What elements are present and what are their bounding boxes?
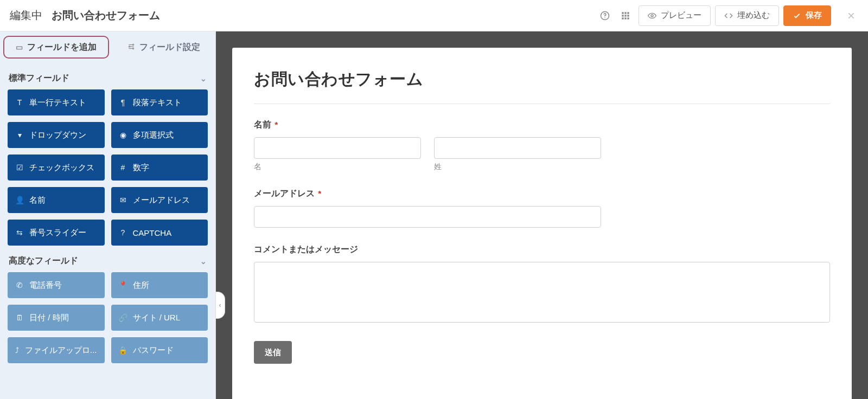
preview-button[interactable]: プレビュー [639, 5, 711, 26]
section-standard-header[interactable]: 標準フィールド ⌄ [8, 70, 208, 89]
form-title: お問い合わせフォーム [254, 68, 830, 91]
svg-rect-2 [622, 12, 623, 14]
preview-label: プレビュー [661, 10, 701, 21]
field-tile-checkbox[interactable]: ☑チェックボックス [8, 155, 105, 181]
page-title: 編集中 お問い合わせフォーム [10, 8, 160, 23]
lock-icon: 🔒 [119, 346, 127, 355]
mail-icon: ✉ [119, 196, 127, 204]
upload-icon: ⤴ [15, 346, 20, 355]
checkbox-icon: ☑ [15, 163, 24, 172]
svg-rect-5 [622, 15, 623, 16]
text-icon: T [15, 98, 24, 107]
field-tile-text[interactable]: T単一行テキスト [8, 89, 105, 115]
chevron-down-icon: ⌄ [200, 257, 207, 266]
last-name-input[interactable] [434, 137, 601, 159]
tab-add-field[interactable]: ▭ フィールドを追加 [3, 36, 109, 59]
hash-icon: # [119, 163, 127, 172]
svg-point-14 [132, 48, 133, 49]
sidebar-collapse-handle[interactable]: ‹ [216, 292, 225, 319]
first-name-input[interactable] [254, 137, 421, 159]
divider [254, 104, 830, 104]
help-icon[interactable] [597, 8, 612, 23]
paragraph-icon: ¶ [119, 98, 127, 107]
calendar-icon: 🗓 [15, 313, 24, 322]
field-comment[interactable]: コメントまたはメッセージ [254, 244, 830, 325]
field-tile-slider[interactable]: ⇆番号スライダー [8, 220, 105, 246]
save-label: 保存 [806, 10, 822, 21]
section-advanced-header[interactable]: 高度なフィールド ⌄ [8, 253, 208, 272]
code-icon [724, 11, 733, 20]
comment-textarea[interactable] [254, 262, 830, 323]
sidebar-scroll[interactable]: 標準フィールド ⌄ T単一行テキスト ¶段落テキスト ▾ドロップダウン ◉多項選… [0, 63, 215, 399]
dropdown-icon: ▾ [15, 131, 24, 139]
close-icon[interactable] [841, 5, 861, 26]
field-tile-date[interactable]: 🗓日付 / 時間 [8, 305, 105, 331]
field-name[interactable]: 名前 * 名 姓 [254, 119, 830, 172]
check-icon [793, 11, 801, 20]
svg-point-11 [651, 15, 653, 17]
field-tile-upload[interactable]: ⤴ファイルアップロ... [8, 337, 105, 363]
field-comment-label: コメントまたはメッセージ [254, 244, 830, 255]
field-tile-number[interactable]: #数字 [111, 155, 208, 181]
window-icon: ▭ [16, 43, 23, 52]
field-tile-password[interactable]: 🔒パスワード [111, 337, 208, 363]
field-tile-captcha[interactable]: ?CAPTCHA [111, 220, 208, 246]
standard-field-grid: T単一行テキスト ¶段落テキスト ▾ドロップダウン ◉多項選択式 ☑チェックボッ… [8, 89, 208, 246]
sliders-icon [127, 43, 135, 52]
section-advanced-label: 高度なフィールド [9, 255, 78, 267]
topbar: 編集中 お問い合わせフォーム プレビュー 埋め込む 保存 [0, 0, 868, 31]
tab-field-settings[interactable]: フィールド設定 [112, 31, 216, 63]
svg-rect-10 [627, 17, 629, 19]
advanced-field-grid: ✆電話番号 📍住所 🗓日付 / 時間 🔗サイト / URL ⤴ファイルアップロ.… [8, 272, 208, 363]
field-email[interactable]: メールアドレス * [254, 188, 830, 228]
svg-point-13 [129, 46, 130, 47]
form-card: お問い合わせフォーム 名前 * 名 姓 [232, 48, 852, 399]
field-name-label: 名前 * [254, 119, 830, 131]
tab-add-field-label: フィールドを追加 [27, 42, 97, 53]
question-icon: ? [119, 228, 127, 237]
field-tile-phone[interactable]: ✆電話番号 [8, 272, 105, 298]
save-button[interactable]: 保存 [783, 5, 831, 26]
pin-icon: 📍 [119, 281, 127, 289]
svg-rect-8 [622, 17, 623, 19]
eye-icon [648, 11, 656, 20]
field-tile-url[interactable]: 🔗サイト / URL [111, 305, 208, 331]
svg-rect-9 [624, 17, 626, 19]
chevron-down-icon: ⌄ [200, 74, 207, 83]
required-mark: * [318, 189, 321, 198]
user-icon: 👤 [15, 196, 24, 204]
sidebar: ▭ フィールドを追加 フィールド設定 標準フィールド ⌄ T単一行テキスト ¶段… [0, 31, 216, 399]
field-tile-address[interactable]: 📍住所 [111, 272, 208, 298]
main-layout: ▭ フィールドを追加 フィールド設定 標準フィールド ⌄ T単一行テキスト ¶段… [0, 31, 868, 399]
email-input[interactable] [254, 206, 601, 228]
phone-icon: ✆ [15, 281, 24, 289]
field-tile-radio[interactable]: ◉多項選択式 [111, 122, 208, 148]
slider-icon: ⇆ [15, 228, 24, 237]
svg-point-1 [604, 17, 605, 18]
submit-button[interactable]: 送信 [254, 341, 292, 364]
field-tile-email[interactable]: ✉メールアドレス [111, 187, 208, 213]
form-name: お問い合わせフォーム [52, 9, 160, 21]
form-canvas[interactable]: ‹ お問い合わせフォーム 名前 * 名 姓 [216, 31, 868, 399]
editing-prefix: 編集中 [10, 9, 42, 21]
svg-point-12 [132, 44, 133, 45]
radio-icon: ◉ [119, 131, 127, 139]
required-mark: * [275, 120, 278, 129]
svg-rect-7 [627, 15, 629, 16]
embed-label: 埋め込む [737, 10, 770, 21]
field-email-label: メールアドレス * [254, 188, 830, 200]
sidebar-tabs: ▭ フィールドを追加 フィールド設定 [0, 31, 215, 63]
field-tile-paragraph[interactable]: ¶段落テキスト [111, 89, 208, 115]
svg-rect-4 [627, 12, 629, 14]
field-tile-name[interactable]: 👤名前 [8, 187, 105, 213]
embed-button[interactable]: 埋め込む [715, 5, 779, 26]
field-tile-dropdown[interactable]: ▾ドロップダウン [8, 122, 105, 148]
apps-grid-icon[interactable] [618, 8, 633, 23]
last-name-sublabel: 姓 [434, 162, 601, 172]
svg-rect-6 [624, 15, 626, 16]
svg-rect-3 [624, 12, 626, 14]
first-name-sublabel: 名 [254, 162, 421, 172]
link-icon: 🔗 [119, 313, 127, 322]
tab-field-settings-label: フィールド設定 [139, 42, 200, 53]
section-standard-label: 標準フィールド [9, 73, 69, 84]
